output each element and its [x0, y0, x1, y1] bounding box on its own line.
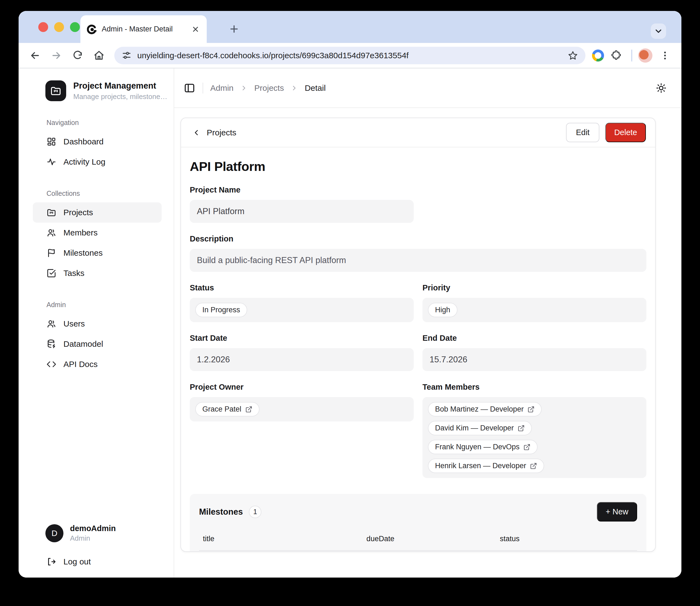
bookmark-star-icon[interactable] [567, 50, 578, 61]
member-chip[interactable]: David Kim — Developer [428, 421, 532, 435]
dashboard-icon [46, 137, 56, 146]
current-user: D demoAdmin Admin [45, 524, 162, 542]
color-picker-extension-icon[interactable] [592, 49, 604, 62]
flag-icon [46, 248, 56, 258]
database-zap-icon [46, 339, 56, 349]
team-members-field: Bob Martinez — Developer David Kim — Dev… [422, 397, 647, 478]
chevron-right-icon [290, 84, 298, 92]
logout-icon [46, 557, 56, 567]
header-divider [203, 83, 203, 94]
project-name-label: Project Name [190, 185, 414, 194]
priority-label: Priority [422, 283, 647, 292]
home-button[interactable] [90, 47, 108, 64]
status-label: Status [190, 283, 414, 292]
forward-button[interactable] [48, 47, 65, 64]
sidebar-toggle-icon[interactable] [182, 80, 197, 96]
member-chip-label: David Kim — Developer [435, 424, 514, 432]
detail-card-body: API Platform Project Name API Platform D… [181, 147, 655, 552]
browser-menu-icon[interactable] [656, 47, 674, 64]
main-area: Admin Projects Detail Projects [174, 68, 681, 578]
sidebar-section-collections: Collections [46, 189, 162, 197]
back-label: Projects [207, 128, 236, 137]
users-icon [46, 319, 56, 329]
member-chip-label: Bob Martinez — Developer [435, 405, 523, 414]
new-tab-button[interactable] [225, 20, 243, 38]
sidebar-item-datamodel[interactable]: Datamodel [33, 334, 162, 354]
project-owner-label: Project Owner [190, 382, 414, 392]
sidebar-item-milestones[interactable]: Milestones [33, 243, 162, 263]
browser-tab[interactable]: Admin - Master Detail [80, 15, 207, 43]
sidebar-item-activity-log[interactable]: Activity Log [33, 152, 162, 172]
owner-chip-label: Grace Patel [202, 405, 241, 414]
member-chip[interactable]: Henrik Larsen — Developer [428, 459, 544, 473]
activity-icon [46, 157, 56, 167]
url-text[interactable]: unyielding-desert-f8c4.codehooks.io/proj… [137, 51, 562, 60]
milestones-count-badge: 1 [249, 506, 261, 518]
sidebar-item-dashboard[interactable]: Dashboard [33, 132, 162, 152]
back-to-projects-link[interactable]: Projects [192, 128, 236, 137]
member-chip-label: Henrik Larsen — Developer [435, 462, 526, 470]
close-window-button[interactable] [38, 22, 48, 32]
browser-profile-avatar[interactable] [638, 48, 652, 63]
sidebar-item-members[interactable]: Members [33, 223, 162, 243]
tab-title: Admin - Master Detail [102, 25, 186, 33]
sidebar-section-admin: Admin [46, 301, 162, 309]
site-settings-icon[interactable] [121, 50, 132, 61]
owner-chip[interactable]: Grace Patel [195, 402, 259, 417]
breadcrumb-admin[interactable]: Admin [210, 84, 234, 93]
detail-card-header: Projects Edit Delete [181, 118, 655, 147]
column-header-status[interactable]: status [500, 535, 633, 543]
user-name: demoAdmin [70, 524, 116, 533]
reload-button[interactable] [69, 47, 87, 64]
code-icon [46, 359, 56, 369]
external-link-icon [528, 406, 535, 413]
description-field[interactable]: Build a public-facing REST API platform [190, 249, 647, 272]
sidebar-item-label: Activity Log [64, 157, 105, 166]
member-chip[interactable]: Bob Martinez — Developer [428, 402, 542, 417]
extensions-puzzle-icon[interactable] [608, 47, 625, 64]
member-chip[interactable]: Frank Nguyen — DevOps [428, 440, 538, 454]
sidebar-item-tasks[interactable]: Tasks [33, 263, 162, 283]
breadcrumb-detail: Detail [305, 84, 326, 93]
user-avatar: D [45, 524, 64, 542]
app-subtitle: Manage projects, milestone… [73, 92, 167, 101]
sidebar-item-api-docs[interactable]: API Docs [33, 354, 162, 374]
minimize-window-button[interactable] [54, 22, 64, 32]
sidebar: Project Management Manage projects, mile… [19, 68, 174, 578]
breadcrumb-projects[interactable]: Projects [254, 84, 284, 93]
app-logo-folder-icon [45, 80, 66, 101]
edit-button[interactable]: Edit [566, 123, 599, 142]
tab-close-icon[interactable] [191, 25, 200, 34]
sidebar-item-users[interactable]: Users [33, 314, 162, 334]
user-role: Admin [70, 534, 116, 542]
tab-search-button[interactable] [651, 24, 666, 39]
column-header-duedate[interactable]: dueDate [367, 535, 500, 543]
start-date-label: Start Date [190, 334, 414, 343]
logout-button[interactable]: Log out [46, 557, 162, 567]
member-chip-label: Frank Nguyen — DevOps [435, 443, 519, 451]
external-link-icon [518, 425, 525, 432]
address-bar[interactable]: unyielding-desert-f8c4.codehooks.io/proj… [114, 47, 585, 64]
zoom-window-button[interactable] [70, 22, 80, 32]
back-button[interactable] [26, 47, 44, 64]
theme-toggle-sun-icon[interactable] [653, 80, 669, 96]
start-date-field[interactable]: 1.2.2026 [190, 348, 414, 371]
status-field[interactable]: In Progress [190, 298, 414, 322]
app-title: Project Management [73, 81, 167, 91]
sidebar-item-projects[interactable]: Projects [33, 202, 162, 223]
milestone-table-row[interactable]: API v1 Launch 2026-05-01 In Progress [199, 551, 637, 552]
project-name-field[interactable]: API Platform [190, 200, 414, 223]
work-area: Projects Edit Delete API Platform Projec… [174, 108, 681, 578]
sidebar-item-label: Projects [64, 208, 93, 217]
sidebar-item-label: Users [64, 319, 85, 328]
delete-button[interactable]: Delete [605, 123, 646, 142]
column-header-title[interactable]: title [203, 535, 367, 543]
priority-field[interactable]: High [422, 298, 647, 322]
new-milestone-button[interactable]: + New [597, 502, 637, 521]
end-date-label: End Date [422, 334, 647, 343]
sidebar-item-label: Milestones [64, 248, 102, 258]
users-icon [46, 228, 56, 238]
end-date-field[interactable]: 15.7.2026 [422, 348, 647, 371]
tab-strip: Admin - Master Detail [19, 11, 681, 43]
status-badge: In Progress [195, 303, 247, 317]
